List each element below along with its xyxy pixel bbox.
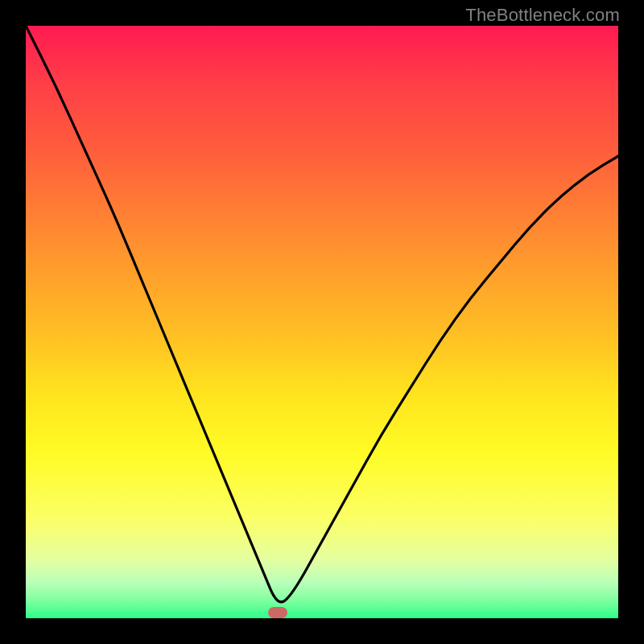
watermark-text: TheBottleneck.com: [465, 5, 620, 26]
bottleneck-curve: [26, 26, 618, 618]
chart-frame: TheBottleneck.com: [0, 0, 644, 644]
optimal-point-marker: [268, 607, 287, 618]
